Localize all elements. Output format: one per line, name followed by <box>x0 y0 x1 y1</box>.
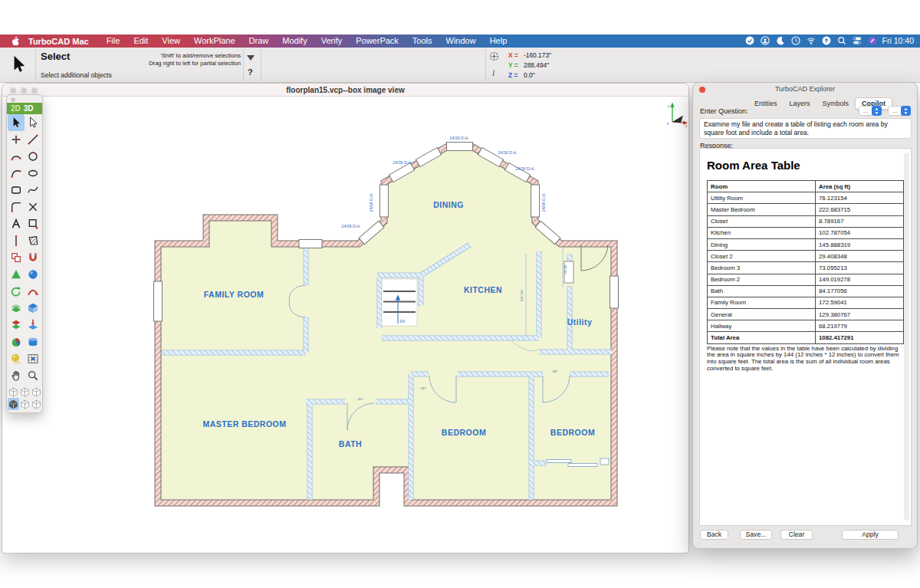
apply-button[interactable]: Apply <box>842 530 899 540</box>
menu-help[interactable]: Help <box>483 34 514 48</box>
view-tool-1[interactable] <box>8 386 19 398</box>
menu-clock[interactable]: Fri 10:40 <box>882 34 914 48</box>
room-label: DINING <box>433 200 464 209</box>
check-circle-icon[interactable] <box>745 36 754 47</box>
tool-rotate-icon[interactable] <box>8 283 25 300</box>
menu-tools[interactable]: Tools <box>406 34 439 48</box>
tool-hatch-icon[interactable] <box>25 232 41 249</box>
clear-button[interactable]: Clear <box>780 530 813 540</box>
room-label: KITCHEN <box>464 285 502 294</box>
x-label: X = <box>508 51 524 61</box>
tool-cursor-outline-icon[interactable] <box>25 114 41 131</box>
tracking-mode-icon[interactable] <box>489 51 499 61</box>
svg-text:24/36 D.H.: 24/36 D.H. <box>541 193 546 212</box>
back-button[interactable]: Back <box>700 530 728 540</box>
history-dropdown[interactable]: ... <box>859 106 882 116</box>
view-tool-3[interactable] <box>31 386 42 398</box>
window-title: floorplan15.vcp--box image view <box>286 86 404 94</box>
tool-fillet-icon[interactable] <box>8 199 25 215</box>
window-title-bar[interactable]: floorplan15.vcp--box image view <box>2 84 688 97</box>
table-row: Utility Room76.123154 <box>708 192 904 204</box>
menu-edit[interactable]: Edit <box>127 34 155 48</box>
search-icon[interactable] <box>837 36 846 47</box>
tool-bend-icon[interactable] <box>25 283 41 300</box>
tool-options-bar: Select 'Shift' to add/remove selections … <box>0 48 920 83</box>
mode-2d[interactable]: 2D <box>7 104 24 113</box>
view-tool-2[interactable] <box>19 386 31 398</box>
menu-verify[interactable]: Verify <box>314 34 350 48</box>
menu-draw[interactable]: Draw <box>242 34 276 48</box>
tool-layers-icon[interactable] <box>8 300 25 317</box>
drawing-canvas[interactable]: 24/36 D.H. 24/36 D.H. 24/36 D.H. 24/36 D… <box>2 83 689 554</box>
tool-pan-icon[interactable] <box>8 367 25 384</box>
tool-point-icon[interactable] <box>8 131 25 148</box>
tool-magnet-icon[interactable] <box>25 249 41 266</box>
x-value: -160.173" <box>524 51 551 59</box>
tool-ellipse-icon[interactable] <box>25 165 41 182</box>
room-area-table: RoomArea (sq ft) Utility Room76.123154Ma… <box>707 180 904 344</box>
clock-icon[interactable] <box>791 36 800 47</box>
view-tool-5[interactable] <box>19 398 31 410</box>
update-icon[interactable] <box>822 36 831 47</box>
response-scrollbar[interactable] <box>904 153 909 521</box>
app-icon[interactable] <box>868 36 877 47</box>
app-menu[interactable]: TurboCAD Mac <box>28 37 89 46</box>
tool-curve-icon[interactable] <box>8 165 25 182</box>
tool-stack-icon[interactable] <box>8 317 25 333</box>
tool-arc-icon[interactable] <box>8 148 25 165</box>
tool-cursor-filled-icon[interactable] <box>8 114 25 131</box>
tool-spline-icon[interactable] <box>25 182 41 199</box>
tool-text-icon[interactable] <box>8 215 25 232</box>
question-label: Enter Question: <box>700 107 748 115</box>
menu-file[interactable]: File <box>100 34 127 48</box>
mode-toggle[interactable]: 2D 3D <box>7 103 42 114</box>
tool-cylinder-icon[interactable] <box>25 333 41 350</box>
tool-zoom-icon[interactable] <box>25 367 41 384</box>
window-minimize-button[interactable] <box>21 87 27 94</box>
id-badge-icon[interactable] <box>761 36 770 47</box>
tool-cross-icon[interactable] <box>25 199 41 215</box>
inspector-icon[interactable]: i <box>492 67 495 79</box>
tool-cone-icon[interactable] <box>8 266 25 283</box>
tool-duplicate-icon[interactable] <box>8 249 25 266</box>
svg-text:24/36 D.H.: 24/36 D.H. <box>498 150 518 155</box>
palette-close-button[interactable] <box>11 97 15 102</box>
moon-icon[interactable] <box>776 36 785 47</box>
view-tool-4[interactable] <box>8 398 19 410</box>
menu-modify[interactable]: Modify <box>275 34 314 48</box>
wifi-icon[interactable] <box>807 36 816 47</box>
tool-sphere-icon[interactable] <box>25 266 41 283</box>
tool-cube-icon[interactable] <box>25 300 41 317</box>
tab-symbols[interactable]: Symbols <box>816 98 856 109</box>
tool-segment-icon[interactable] <box>8 232 25 249</box>
menu-powerpack[interactable]: PowerPack <box>349 34 406 48</box>
menu-workplane[interactable]: WorkPlane <box>187 34 242 48</box>
tool-pie-icon[interactable] <box>8 333 25 350</box>
model-dropdown[interactable]: ... <box>888 106 911 116</box>
window-close-button[interactable] <box>10 87 16 94</box>
mode-3d[interactable]: 3D <box>24 104 34 113</box>
tool-circle-icon[interactable] <box>25 148 41 165</box>
tab-layers[interactable]: Layers <box>784 98 816 109</box>
tool-dropdown-arrow-icon[interactable] <box>247 55 255 61</box>
explorer-title-bar[interactable]: TurboCAD Explorer <box>693 83 917 94</box>
apple-menu-icon[interactable] <box>11 36 21 46</box>
save-button[interactable]: Save... <box>740 530 772 540</box>
tool-line-icon[interactable] <box>25 131 41 148</box>
tool-help-button[interactable]: ? <box>248 67 253 77</box>
menu-view[interactable]: View <box>155 34 187 48</box>
explorer-close-button[interactable] <box>699 87 705 93</box>
svg-text:y: y <box>668 103 670 108</box>
window-zoom-button[interactable] <box>31 87 38 94</box>
tab-entities[interactable]: Entities <box>748 98 784 109</box>
tool-rendermode-icon[interactable] <box>25 350 41 367</box>
tool-ball-icon[interactable] <box>8 350 25 367</box>
menu-window[interactable]: Window <box>439 34 483 48</box>
tool-press-icon[interactable] <box>25 317 41 333</box>
view-tool-6[interactable] <box>31 398 42 410</box>
calculation-note: Please note that the values in the table… <box>707 346 905 373</box>
question-input[interactable]: Examine my file and create a table of li… <box>699 118 912 139</box>
control-center-icon[interactable] <box>853 36 862 47</box>
tool-polygon-icon[interactable] <box>25 215 41 232</box>
tool-roundrect-icon[interactable] <box>8 182 25 199</box>
